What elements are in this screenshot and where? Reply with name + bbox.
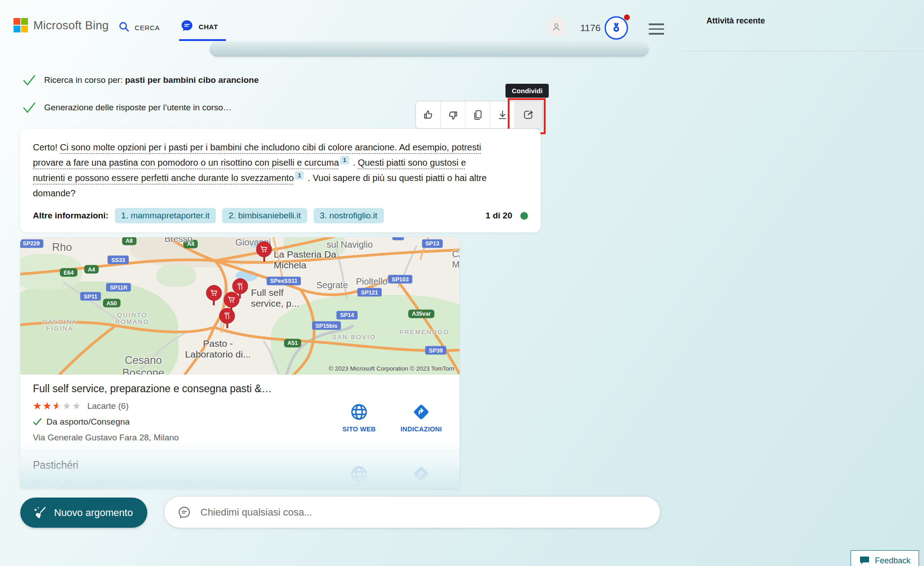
map-route-badge: A50 [103, 299, 120, 308]
directions-button-label: INDICAZIONI [401, 426, 442, 433]
map-place-label: Full selfservice, p... [251, 287, 299, 309]
answer-toolbar [415, 101, 542, 129]
website-button-label: SITO WEB [342, 426, 376, 433]
status-search-query: pasti per bambini cibo arancione [125, 75, 259, 85]
map-route-badge: A51 [284, 339, 301, 347]
map-route-badge: SP103 [388, 275, 413, 284]
recent-activity-title: Attività recente [706, 16, 765, 26]
citation-marker[interactable]: 1 [295, 171, 304, 180]
map-route-badge: SP15bis [312, 321, 341, 330]
citation-marker[interactable]: 1 [340, 156, 349, 164]
chat-input-icon [177, 505, 191, 520]
map-route-badge: E64 [60, 268, 77, 277]
map-route-badge: SP13 [422, 239, 443, 248]
map-route-badge [392, 237, 404, 240]
thumbs-up-icon [422, 109, 434, 121]
directions-icon [412, 403, 431, 421]
rewards-medal-icon[interactable] [605, 16, 628, 40]
business-address: Via Generale Gustavo Fara 28, Milano [33, 433, 447, 443]
map-route-badge: A4 [84, 265, 99, 274]
service-text: Da asporto/Consegna [46, 417, 130, 427]
directions-button[interactable]: INDICAZIONI [394, 403, 448, 433]
share-tooltip: Condividi [505, 84, 549, 98]
map-place-label: CesanoBoscone [122, 354, 164, 375]
map-route-badge: SS33 [108, 256, 129, 264]
chat-input-container [164, 497, 660, 528]
broom-icon [32, 505, 47, 521]
pagination-text: 1 di 20 [486, 211, 512, 221]
map-route-badge: SP11R [106, 283, 131, 292]
share-button[interactable] [515, 101, 542, 128]
map-place-label: Bresso [164, 237, 192, 244]
map-attribution: © 2023 Microsoft Corporation © 2023 TomT… [328, 365, 454, 372]
directions-button[interactable] [394, 465, 448, 484]
pagination-dot [520, 212, 528, 220]
chat-bubble-icon [180, 19, 194, 34]
map-place-label: SAN BOVIO [332, 334, 376, 340]
rewards-points[interactable]: 1176 [580, 23, 601, 33]
answer-text: Certo! Ci sono molte opzioni per i pasti… [33, 140, 499, 201]
check-icon [33, 418, 42, 426]
sources-row: Altre informazioni: 1. mammapretaporter.… [33, 208, 528, 223]
copy-button[interactable] [465, 101, 490, 128]
bing-logo[interactable]: Microsoft Bing [14, 18, 109, 32]
copy-icon [472, 109, 484, 121]
status-generating: Generazione delle risposte per l’utente … [23, 101, 232, 114]
website-button[interactable] [332, 465, 386, 484]
business-title[interactable]: Full self service, preparazione e conseg… [33, 383, 447, 395]
source-pill[interactable]: 1. mammapretaporter.it [115, 208, 216, 223]
map-route-badge: SP14 [337, 311, 358, 319]
thumbs-up-button[interactable] [416, 101, 441, 128]
status-search-prefix: Ricerca in corso per: [44, 75, 125, 85]
map-place-label: QUINTOROMANO [115, 312, 150, 325]
globe-icon [350, 465, 369, 484]
map-route-badge: A8 [122, 237, 137, 245]
status-generating-text: Generazione delle risposte per l’utente … [44, 101, 232, 113]
search-icon [118, 21, 130, 34]
map-place-label: Rho [52, 241, 72, 254]
answer-segment: . [350, 158, 358, 168]
hamburger-menu[interactable] [649, 23, 664, 38]
thumbs-down-button[interactable] [441, 101, 465, 128]
chat-input[interactable] [200, 506, 647, 519]
map[interactable]: © 2023 Microsoft Corporation © 2023 TomT… [20, 237, 460, 375]
tab-search[interactable]: CERCA [118, 21, 160, 34]
map-route-badge: SP39 [425, 346, 446, 355]
map-place-label: La Pasteria DaMichela [274, 249, 337, 271]
directions-icon [412, 465, 431, 484]
map-place-label: CASCINAFIGINA [42, 318, 77, 332]
status-search: Ricerca in corso per: pasti per bambini … [23, 74, 259, 86]
source-pill[interactable]: 3. nostrofiglio.it [314, 208, 384, 223]
share-icon [522, 109, 535, 121]
tab-search-label: CERCA [135, 24, 160, 32]
notification-dot [624, 14, 630, 20]
star-rating: ★★★★★★★★★★ [33, 401, 82, 411]
tab-chat[interactable]: CHAT [180, 19, 218, 34]
sources-label: Altre informazioni: [33, 211, 109, 221]
map-route-badge: SPexSS11 [267, 276, 301, 285]
business-listing-2: Pastichéri ★★★★★★★★★★ Zomato (12) · Nego… [20, 451, 460, 489]
source-pills: 1. mammapretaporter.it2. bimbisaniebelli… [115, 208, 384, 223]
download-icon [496, 109, 509, 121]
globe-icon [350, 403, 369, 421]
profile-avatar[interactable] [546, 17, 566, 37]
check-icon [23, 101, 36, 114]
map-route-badge: SP229 [20, 239, 43, 248]
download-button[interactable] [490, 101, 515, 128]
map-pin-utensils[interactable] [219, 308, 235, 328]
source-pill[interactable]: 2. bimbisaniebelli.it [222, 208, 307, 223]
answer-segment: Certo! [33, 142, 60, 152]
chat-tab-active-underline [179, 39, 226, 41]
new-topic-button[interactable]: Nuovo argomento [20, 498, 147, 528]
star-rating: ★★★★★★★★★★ [33, 478, 82, 488]
local-results-card: © 2023 Microsoft Corporation © 2023 TomT… [20, 237, 460, 489]
website-button[interactable]: SITO WEB [332, 403, 386, 433]
map-route-badge: SP121 [357, 288, 382, 297]
feedback-button[interactable]: Feedback [851, 550, 919, 566]
map-place-label: Pasto -Laboratorio di... [185, 338, 251, 360]
map-pin-cart[interactable] [206, 285, 222, 305]
map-pin-cart[interactable] [256, 241, 272, 262]
map-place-label: CAMU [452, 249, 460, 270]
map-place-label: PREMENUGO [399, 329, 449, 335]
previous-message-remnant [209, 41, 649, 57]
